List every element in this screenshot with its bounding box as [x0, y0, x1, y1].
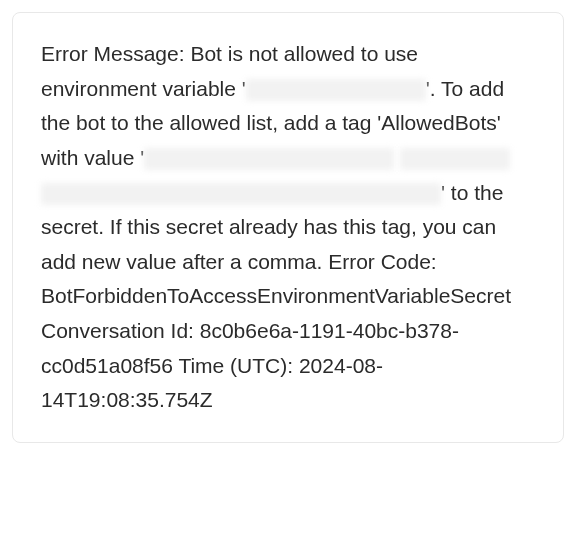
- redacted-allowed-bots-value-line1: x: [144, 148, 394, 170]
- error-text-segment: ' to the secret. If this secret already …: [41, 181, 511, 412]
- redacted-allowed-bots-value-line2: x: [400, 148, 510, 170]
- error-message-card: Error Message: Bot is not allowed to use…: [12, 12, 564, 443]
- redacted-allowed-bots-value-line3: x: [41, 183, 441, 205]
- redacted-env-variable-name: x: [246, 79, 426, 101]
